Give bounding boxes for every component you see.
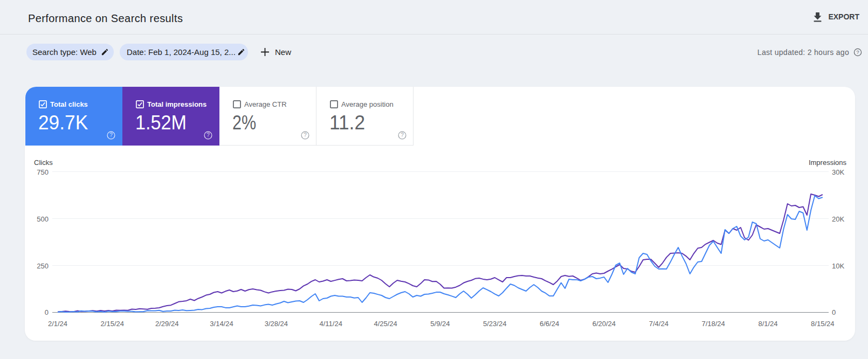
- svg-text:4/11/24: 4/11/24: [319, 320, 342, 328]
- svg-text:7/18/24: 7/18/24: [701, 320, 725, 328]
- svg-text:5/23/24: 5/23/24: [483, 320, 506, 328]
- svg-text:2/29/24: 2/29/24: [155, 320, 178, 328]
- svg-text:0: 0: [45, 308, 49, 316]
- svg-text:30K: 30K: [832, 168, 844, 176]
- svg-text:7/4/24: 7/4/24: [649, 320, 669, 328]
- svg-text:0: 0: [832, 308, 836, 316]
- svg-text:750: 750: [37, 168, 49, 176]
- svg-text:10K: 10K: [832, 262, 844, 270]
- svg-text:8/1/24: 8/1/24: [758, 320, 777, 328]
- svg-text:6/20/24: 6/20/24: [593, 320, 616, 328]
- svg-text:2/1/24: 2/1/24: [48, 320, 67, 328]
- svg-text:20K: 20K: [832, 215, 844, 223]
- svg-text:500: 500: [37, 215, 49, 223]
- svg-text:Impressions: Impressions: [809, 158, 847, 167]
- svg-text:3/14/24: 3/14/24: [210, 320, 233, 328]
- svg-text:3/28/24: 3/28/24: [265, 320, 288, 328]
- svg-text:8/15/24: 8/15/24: [811, 320, 834, 328]
- svg-text:4/25/24: 4/25/24: [374, 320, 397, 328]
- svg-text:Clicks: Clicks: [34, 158, 53, 167]
- svg-text:6/6/24: 6/6/24: [540, 320, 559, 328]
- svg-text:2/15/24: 2/15/24: [101, 320, 124, 328]
- svg-text:250: 250: [37, 262, 49, 270]
- svg-text:5/9/24: 5/9/24: [430, 320, 450, 328]
